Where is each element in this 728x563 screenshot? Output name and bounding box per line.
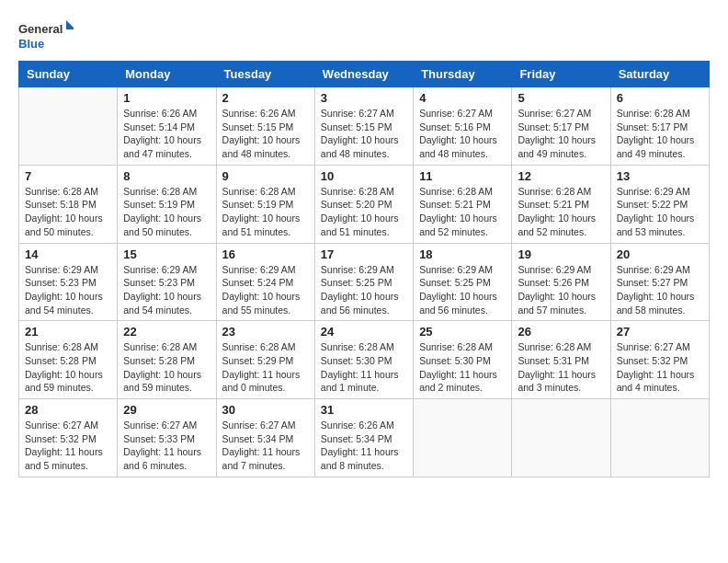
day-info: Sunrise: 6:27 AM Sunset: 5:32 PM Dayligh… [25,419,111,473]
day-info: Sunrise: 6:29 AM Sunset: 5:23 PM Dayligh… [123,263,210,317]
day-info: Sunrise: 6:29 AM Sunset: 5:24 PM Dayligh… [222,263,309,317]
calendar-week-row: 14Sunrise: 6:29 AM Sunset: 5:23 PM Dayli… [19,243,710,321]
day-info: Sunrise: 6:28 AM Sunset: 5:17 PM Dayligh… [617,107,703,161]
logo: General Blue [18,18,74,52]
day-number: 28 [25,403,111,417]
day-info: Sunrise: 6:28 AM Sunset: 5:31 PM Dayligh… [518,340,604,395]
svg-text:General: General [18,22,63,36]
svg-text:Blue: Blue [18,37,44,51]
day-info: Sunrise: 6:28 AM Sunset: 5:18 PM Dayligh… [25,185,111,239]
day-number: 7 [25,169,111,183]
calendar-cell: 17Sunrise: 6:29 AM Sunset: 5:25 PM Dayli… [314,243,413,321]
page-header: General Blue [18,18,710,52]
day-number: 19 [518,247,604,261]
day-number: 3 [321,91,407,105]
day-info: Sunrise: 6:27 AM Sunset: 5:15 PM Dayligh… [321,107,407,161]
calendar-cell: 5Sunrise: 6:27 AM Sunset: 5:17 PM Daylig… [512,87,610,166]
calendar-cell: 24Sunrise: 6:28 AM Sunset: 5:30 PM Dayli… [314,321,413,399]
day-info: Sunrise: 6:28 AM Sunset: 5:19 PM Dayligh… [222,185,309,239]
day-number: 1 [123,91,210,105]
calendar-cell: 4Sunrise: 6:27 AM Sunset: 5:16 PM Daylig… [414,87,512,166]
day-number: 31 [321,403,407,417]
day-number: 8 [123,169,210,183]
day-header-friday: Friday [512,62,610,87]
day-number: 21 [25,325,111,339]
calendar-cell: 21Sunrise: 6:28 AM Sunset: 5:28 PM Dayli… [19,321,118,399]
calendar-header-row: SundayMondayTuesdayWednesdayThursdayFrid… [19,62,710,87]
day-number: 17 [321,247,407,261]
calendar-week-row: 7Sunrise: 6:28 AM Sunset: 5:18 PM Daylig… [19,165,710,243]
calendar-cell: 7Sunrise: 6:28 AM Sunset: 5:18 PM Daylig… [19,165,118,243]
day-number: 6 [617,91,703,105]
calendar-cell [512,399,610,477]
day-info: Sunrise: 6:26 AM Sunset: 5:15 PM Dayligh… [222,107,309,161]
calendar-cell: 28Sunrise: 6:27 AM Sunset: 5:32 PM Dayli… [19,399,118,477]
calendar-cell: 10Sunrise: 6:28 AM Sunset: 5:20 PM Dayli… [314,165,413,243]
day-info: Sunrise: 6:27 AM Sunset: 5:17 PM Dayligh… [518,107,604,161]
calendar-cell: 23Sunrise: 6:28 AM Sunset: 5:29 PM Dayli… [216,321,314,399]
day-info: Sunrise: 6:29 AM Sunset: 5:25 PM Dayligh… [321,263,407,317]
day-header-thursday: Thursday [414,62,512,87]
calendar-cell: 18Sunrise: 6:29 AM Sunset: 5:25 PM Dayli… [414,243,512,321]
day-number: 23 [222,325,309,339]
day-info: Sunrise: 6:28 AM Sunset: 5:30 PM Dayligh… [321,340,407,395]
calendar-cell [610,399,709,477]
day-info: Sunrise: 6:28 AM Sunset: 5:19 PM Dayligh… [123,185,210,239]
day-info: Sunrise: 6:27 AM Sunset: 5:33 PM Dayligh… [123,419,210,473]
calendar-cell: 1Sunrise: 6:26 AM Sunset: 5:14 PM Daylig… [118,87,216,166]
day-header-sunday: Sunday [19,62,118,87]
day-info: Sunrise: 6:28 AM Sunset: 5:21 PM Dayligh… [518,185,604,239]
calendar-table: SundayMondayTuesdayWednesdayThursdayFrid… [18,61,710,477]
calendar-cell [414,399,512,477]
calendar-cell: 27Sunrise: 6:27 AM Sunset: 5:32 PM Dayli… [610,321,709,399]
calendar-cell: 12Sunrise: 6:28 AM Sunset: 5:21 PM Dayli… [512,165,610,243]
day-number: 15 [123,247,210,261]
calendar-cell: 14Sunrise: 6:29 AM Sunset: 5:23 PM Dayli… [19,243,118,321]
day-number: 2 [222,91,309,105]
day-info: Sunrise: 6:29 AM Sunset: 5:23 PM Dayligh… [25,263,111,317]
day-number: 12 [518,169,604,183]
day-info: Sunrise: 6:28 AM Sunset: 5:30 PM Dayligh… [419,340,506,395]
calendar-cell: 15Sunrise: 6:29 AM Sunset: 5:23 PM Dayli… [118,243,216,321]
day-info: Sunrise: 6:29 AM Sunset: 5:27 PM Dayligh… [617,263,703,317]
day-header-saturday: Saturday [610,62,709,87]
day-number: 30 [222,403,309,417]
day-number: 18 [419,247,506,261]
day-header-wednesday: Wednesday [314,62,413,87]
day-info: Sunrise: 6:27 AM Sunset: 5:16 PM Dayligh… [419,107,506,161]
day-info: Sunrise: 6:28 AM Sunset: 5:28 PM Dayligh… [25,340,111,395]
day-number: 27 [617,325,703,339]
day-info: Sunrise: 6:28 AM Sunset: 5:21 PM Dayligh… [419,185,506,239]
calendar-week-row: 1Sunrise: 6:26 AM Sunset: 5:14 PM Daylig… [19,87,710,166]
day-info: Sunrise: 6:26 AM Sunset: 5:34 PM Dayligh… [321,419,407,473]
day-number: 9 [222,169,309,183]
day-number: 20 [617,247,703,261]
day-number: 14 [25,247,111,261]
day-info: Sunrise: 6:27 AM Sunset: 5:32 PM Dayligh… [617,340,703,395]
day-number: 22 [123,325,210,339]
day-info: Sunrise: 6:28 AM Sunset: 5:29 PM Dayligh… [222,340,309,395]
calendar-cell: 20Sunrise: 6:29 AM Sunset: 5:27 PM Dayli… [610,243,709,321]
calendar-week-row: 21Sunrise: 6:28 AM Sunset: 5:28 PM Dayli… [19,321,710,399]
calendar-cell: 30Sunrise: 6:27 AM Sunset: 5:34 PM Dayli… [216,399,314,477]
calendar-cell: 9Sunrise: 6:28 AM Sunset: 5:19 PM Daylig… [216,165,314,243]
calendar-cell: 11Sunrise: 6:28 AM Sunset: 5:21 PM Dayli… [414,165,512,243]
svg-marker-2 [66,20,74,29]
day-header-tuesday: Tuesday [216,62,314,87]
calendar-cell: 31Sunrise: 6:26 AM Sunset: 5:34 PM Dayli… [314,399,413,477]
day-number: 26 [518,325,604,339]
day-info: Sunrise: 6:29 AM Sunset: 5:25 PM Dayligh… [419,263,506,317]
day-number: 11 [419,169,506,183]
calendar-cell: 26Sunrise: 6:28 AM Sunset: 5:31 PM Dayli… [512,321,610,399]
day-number: 13 [617,169,703,183]
calendar-cell [19,87,118,166]
calendar-cell: 22Sunrise: 6:28 AM Sunset: 5:28 PM Dayli… [118,321,216,399]
day-info: Sunrise: 6:26 AM Sunset: 5:14 PM Dayligh… [123,107,210,161]
day-number: 10 [321,169,407,183]
calendar-week-row: 28Sunrise: 6:27 AM Sunset: 5:32 PM Dayli… [19,399,710,477]
logo-svg: General Blue [18,18,74,52]
day-info: Sunrise: 6:28 AM Sunset: 5:20 PM Dayligh… [321,185,407,239]
day-number: 29 [123,403,210,417]
day-number: 25 [419,325,506,339]
day-info: Sunrise: 6:28 AM Sunset: 5:28 PM Dayligh… [123,340,210,395]
